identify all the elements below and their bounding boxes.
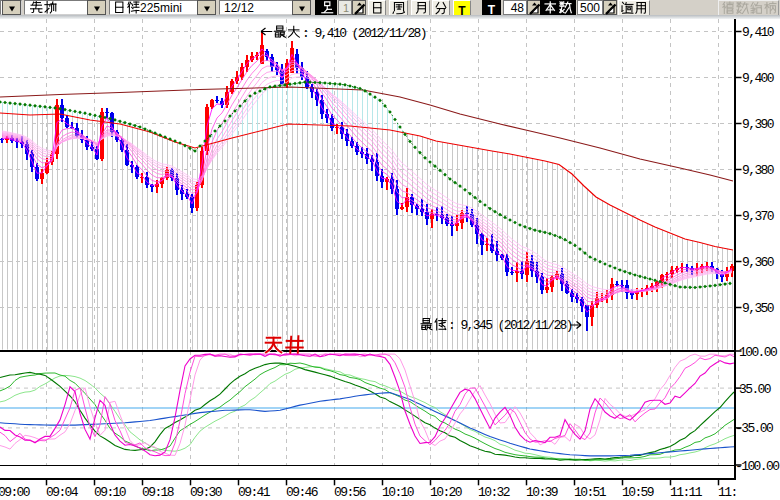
svg-text:10:51: 10:51 — [574, 485, 607, 500]
svg-text:9,350: 9,350 — [742, 301, 774, 316]
svg-text:09:00: 09:00 — [0, 485, 30, 500]
svg-text:11:11: 11:11 — [670, 485, 703, 500]
svg-text:09:56: 09:56 — [334, 485, 366, 500]
svg-text:35.00: 35.00 — [739, 382, 771, 397]
svg-text:: 9,345 (2012/11/28): : 9,345 (2012/11/28) — [448, 318, 572, 333]
svg-text:10:39: 10:39 — [526, 485, 558, 500]
svg-text:09:04: 09:04 — [46, 485, 79, 500]
svg-text:09:10: 09:10 — [94, 485, 126, 500]
svg-text:10:59: 10:59 — [622, 485, 654, 500]
svg-text:9,410: 9,410 — [742, 25, 774, 40]
svg-text:-35.00: -35.00 — [735, 421, 773, 436]
svg-text:09:18: 09:18 — [142, 485, 174, 500]
svg-text:: 9,410 (2012/11/28): : 9,410 (2012/11/28) — [302, 26, 426, 41]
svg-text:10:20: 10:20 — [430, 485, 462, 500]
svg-text:9,370: 9,370 — [742, 209, 774, 224]
svg-text:09:30: 09:30 — [190, 485, 222, 500]
svg-text:100.00: 100.00 — [739, 345, 777, 360]
svg-text:-100.00: -100.00 — [735, 459, 779, 474]
svg-text:9,390: 9,390 — [742, 117, 774, 132]
svg-text:09:41: 09:41 — [238, 485, 271, 500]
svg-text:10:10: 10:10 — [382, 485, 414, 500]
svg-text:9,400: 9,400 — [742, 71, 774, 86]
svg-text:10:32: 10:32 — [478, 485, 510, 500]
svg-text:9,380: 9,380 — [742, 163, 774, 178]
svg-text:9,360: 9,360 — [742, 255, 774, 270]
svg-text:09:46: 09:46 — [286, 485, 318, 500]
